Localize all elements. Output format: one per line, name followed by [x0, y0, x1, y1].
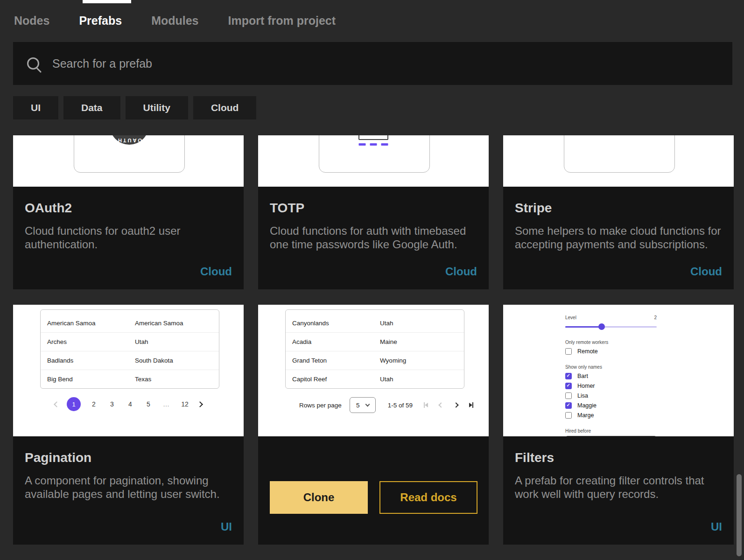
- table-row: Badlands South Dakota: [41, 351, 219, 370]
- table-row: Capitol Reef Utah: [286, 370, 464, 388]
- prefab-card-filters[interactable]: Level 2 Only remote workers Remote Show …: [503, 305, 734, 545]
- table-row: Big Bend Texas: [41, 370, 219, 388]
- checkbox-bart: [565, 373, 572, 379]
- table-nav-icons: [424, 402, 473, 408]
- table-cell: Canyonlands: [292, 320, 380, 327]
- table-cell: Badlands: [47, 357, 135, 364]
- range-label: 1-5 of 59: [388, 402, 413, 409]
- query-table-preview: Canyonlands Utah Acadia Maine Grand Teto…: [258, 305, 489, 436]
- checkbox-label: Remote: [577, 348, 598, 355]
- checkbox-lisa: [565, 392, 572, 399]
- search-bar[interactable]: [13, 42, 732, 85]
- chip-data[interactable]: Data: [63, 96, 120, 119]
- parks-table: American Samoa American Samoa Arches Uta…: [40, 309, 219, 389]
- checkbox-label: Lisa: [577, 392, 588, 399]
- table-cell: Arches: [47, 338, 135, 345]
- page-3: 3: [107, 400, 117, 408]
- level-slider: [565, 323, 657, 330]
- page-5: 5: [143, 400, 154, 408]
- first-page-icon: [424, 402, 428, 408]
- tab-nodes[interactable]: Nodes: [14, 14, 49, 42]
- card-info: OAuth2 Cloud functions for oauth2 user a…: [13, 187, 244, 289]
- card-title: Pagination: [25, 450, 233, 465]
- card-description: Some helpers to make cloud functions for…: [515, 224, 723, 252]
- parks-table: Canyonlands Utah Acadia Maine Grand Teto…: [285, 309, 464, 389]
- checkbox-remote: [565, 348, 572, 355]
- table-row: Arches Utah: [41, 332, 219, 351]
- table-footer: Rows per page 5 1-5 of 59: [299, 397, 477, 413]
- prefab-card-query-table[interactable]: Canyonlands Utah Acadia Maine Grand Teto…: [258, 305, 489, 545]
- tab-modules[interactable]: Modules: [151, 14, 198, 42]
- read-docs-button[interactable]: Read docs: [379, 481, 477, 514]
- filters-form: Level 2 Only remote workers Remote Show …: [565, 315, 657, 436]
- chip-ui[interactable]: UI: [13, 96, 58, 119]
- checkbox-label: Marge: [577, 412, 594, 419]
- search-input[interactable]: [52, 57, 612, 70]
- tab-bar: Nodes Prefabs Modules Import from projec…: [0, 0, 744, 42]
- card-info: Pagination A component for pagination, s…: [13, 436, 244, 545]
- card-title: Filters: [515, 450, 723, 465]
- page-1-active: 1: [67, 397, 81, 411]
- card-info: Stripe Some helpers to make cloud functi…: [503, 187, 734, 289]
- chip-cloud[interactable]: Cloud: [193, 96, 256, 119]
- table-row: Acadia Maine: [286, 332, 464, 351]
- checkbox-row: Bart: [565, 372, 657, 379]
- oauth2-preview: OAUTH: [13, 135, 244, 187]
- chip-utility[interactable]: Utility: [126, 96, 188, 119]
- card-title: Stripe: [515, 201, 723, 216]
- rows-per-page-value: 5: [356, 402, 360, 409]
- page-4: 4: [125, 400, 135, 408]
- slider-label: Level: [565, 315, 576, 320]
- table-cell: Big Bend: [47, 376, 135, 383]
- pagination-controls: 1 2 3 4 5 … 12: [13, 397, 244, 411]
- card-info: Filters A prefab for creating filter con…: [503, 436, 734, 545]
- table-cell: Utah: [380, 320, 464, 327]
- prefab-card-pagination[interactable]: American Samoa American Samoa Arches Uta…: [13, 305, 244, 545]
- card-description: A component for pagination, showing avai…: [25, 474, 233, 501]
- preview-frame: [319, 135, 430, 173]
- table-cell: Texas: [135, 376, 219, 383]
- page-12: 12: [180, 400, 190, 408]
- scrollbar[interactable]: [737, 474, 742, 556]
- card-tag: UI: [221, 520, 232, 533]
- tab-import-from-project[interactable]: Import from project: [228, 14, 336, 42]
- checkbox-row: Lisa: [565, 392, 657, 399]
- hired-before-label: Hired before: [565, 428, 657, 434]
- table-cell: American Samoa: [47, 320, 135, 327]
- rows-per-page-label: Rows per page: [299, 402, 342, 409]
- card-tag: UI: [711, 520, 722, 533]
- rows-per-page-select: 5: [350, 397, 376, 413]
- tab-prefabs[interactable]: Prefabs: [79, 14, 122, 42]
- filter-chips: UI Data Utility Cloud: [13, 96, 256, 119]
- prefab-card-totp[interactable]: TOTP Cloud functions for auth with timeb…: [258, 135, 489, 289]
- previous-page-icon: [439, 403, 443, 407]
- card-tag: Cloud: [200, 265, 232, 278]
- prefab-grid: OAUTH OAuth2 Cloud functions for oauth2 …: [13, 135, 734, 545]
- search-icon: [27, 57, 39, 70]
- preview-frame: [564, 135, 675, 173]
- checkbox-row: Homer: [565, 382, 657, 389]
- chevron-down-icon: [365, 402, 370, 407]
- prefab-card-oauth2[interactable]: OAUTH OAuth2 Cloud functions for oauth2 …: [13, 135, 244, 289]
- card-title: OAuth2: [25, 201, 233, 216]
- table-cell: Capitol Reef: [292, 376, 380, 383]
- active-tab-indicator: [83, 0, 131, 3]
- table-row: Canyonlands Utah: [286, 314, 464, 332]
- table-cell: Grand Teton: [292, 357, 380, 364]
- checkbox-row: Remote: [565, 348, 657, 355]
- table-row: Grand Teton Wyoming: [286, 351, 464, 370]
- totp-dashes-icon: [359, 143, 388, 146]
- checkbox-label: Bart: [577, 373, 588, 379]
- table-cell: Maine: [380, 338, 464, 345]
- prefab-card-stripe[interactable]: Stripe Some helpers to make cloud functi…: [503, 135, 734, 289]
- filters-preview: Level 2 Only remote workers Remote Show …: [503, 305, 734, 436]
- checkbox-marge: [565, 412, 572, 419]
- card-tag: Cloud: [445, 265, 477, 278]
- totp-code-box-icon: [358, 135, 388, 140]
- totp-preview: [258, 135, 489, 187]
- table-cell: Utah: [135, 338, 219, 345]
- card-info: Clone Read docs: [258, 436, 489, 545]
- names-section-label: Show only names: [565, 364, 657, 370]
- card-description: Cloud functions for auth with timebased …: [270, 224, 478, 252]
- clone-button[interactable]: Clone: [270, 481, 368, 514]
